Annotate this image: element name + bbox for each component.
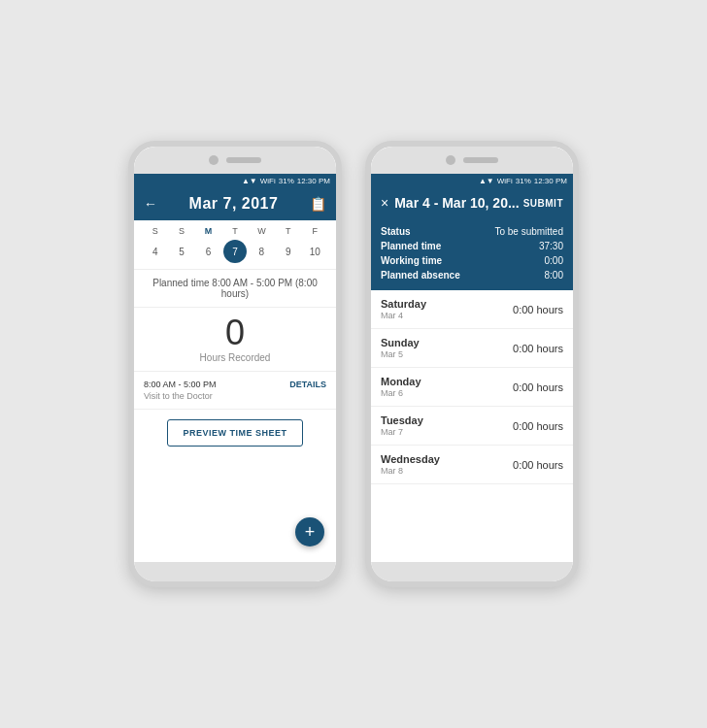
phone-top-2 [371,147,573,174]
list-item-wednesday[interactable]: Wednesday Mar 8 0:00 hours [371,446,573,484]
cal-date-9[interactable]: 9 [277,240,300,263]
cal-date-6[interactable]: 6 [197,240,220,263]
stat-planned-label: Planned time [381,241,441,251]
p2-header: × Mar 4 - Mar 10, 20... SUBMIT [371,187,573,218]
wifi-icon-1: WiFi [260,177,276,185]
close-button[interactable]: × [381,195,388,211]
item-tuesday-day: Tuesday [381,414,423,426]
item-monday-info: Monday Mar 6 [381,376,421,398]
camera-2 [446,155,455,165]
item-sunday-hours: 0:00 hours [513,343,563,354]
item-wednesday-info: Wednesday Mar 8 [381,453,440,476]
preview-timesheet-button[interactable]: PREVIEW TIME SHEET [167,419,303,447]
calendar-icon[interactable]: 📋 [310,196,326,212]
list-item-sunday[interactable]: Sunday Mar 5 0:00 hours [371,329,573,368]
day-label-t1: T [223,226,247,236]
item-wednesday-date: Mar 8 [381,466,440,476]
status-bar-1: ▲▼ WiFi 31% 12:30 PM [134,174,336,187]
item-tuesday-info: Tuesday Mar 7 [381,414,423,437]
cal-date-10[interactable]: 10 [303,240,326,263]
item-monday-hours: 0:00 hours [513,381,563,393]
stat-planned: Planned time 37:30 [381,239,563,253]
signal-icon-2: ▲▼ [479,177,494,185]
stat-absence: Planned absence 8:00 [381,268,563,282]
cal-date-8[interactable]: 8 [250,240,273,263]
stat-status-label: Status [381,226,411,237]
item-wednesday-hours: 0:00 hours [513,459,563,471]
calendar: S S M T W T F 4 5 6 7 8 9 10 [134,220,336,270]
day-label-s1: S [144,226,167,236]
screen-1: ▲▼ WiFi 31% 12:30 PM ← Mar 7, 2017 📋 S S… [134,174,336,562]
item-wednesday-day: Wednesday [381,453,440,465]
event-info: 8:00 AM - 5:00 PM Visit to the Doctor [144,380,217,401]
details-link[interactable]: DETAILS [289,380,326,389]
event-time: 8:00 AM - 5:00 PM [144,380,217,389]
item-saturday-info: Saturday Mar 4 [381,298,426,320]
dates-row: 4 5 6 7 8 9 10 [142,240,328,263]
phone-1: ▲▼ WiFi 31% 12:30 PM ← Mar 7, 2017 📋 S S… [128,141,342,587]
signal-icon-1: ▲▼ [242,177,257,185]
p1-title: Mar 7, 2017 [189,195,279,213]
camera-1 [209,155,219,165]
item-saturday-hours: 0:00 hours [513,304,563,315]
event-item[interactable]: 8:00 AM - 5:00 PM Visit to the Doctor DE… [134,372,336,410]
item-sunday-day: Sunday [381,337,420,348]
list-item-tuesday[interactable]: Tuesday Mar 7 0:00 hours [371,407,573,446]
phone-2: ▲▼ WiFi 31% 12:30 PM × Mar 4 - Mar 10, 2… [365,141,579,587]
back-button[interactable]: ← [144,196,157,212]
time-1: 12:30 PM [297,177,330,185]
hours-number: 0 [144,315,326,350]
cal-date-5[interactable]: 5 [170,240,193,263]
phone-bottom-2 [371,562,573,581]
phone-bottom-1 [134,562,336,581]
day-label-w: W [250,226,273,236]
event-name: Visit to the Doctor [144,391,217,401]
p2-header-row: × Mar 4 - Mar 10, 20... SUBMIT [381,195,563,211]
day-labels-row: S S M T W T F [142,226,328,236]
battery-1: 31% [279,177,294,185]
stat-planned-value: 37:30 [539,241,563,251]
item-sunday-info: Sunday Mar 5 [381,337,420,359]
hours-label: Hours Recorded [144,352,326,363]
list-item-saturday[interactable]: Saturday Mar 4 0:00 hours [371,290,573,329]
day-label-f: F [303,226,326,236]
wifi-icon-2: WiFi [497,177,513,185]
item-saturday-date: Mar 4 [381,311,426,320]
fab-add-button[interactable]: + [295,517,324,546]
submit-button[interactable]: SUBMIT [523,198,563,209]
stat-status-value: To be submitted [494,226,563,237]
day-label-m: M [197,226,220,236]
p2-title: Mar 4 - Mar 10, 20... [394,195,522,211]
stat-working-value: 0:00 [545,255,563,266]
stat-status: Status To be submitted [381,224,563,239]
stat-working: Working time 0:00 [381,253,563,268]
item-sunday-date: Mar 5 [381,349,420,359]
status-bar-2: ▲▼ WiFi 31% 12:30 PM [371,174,573,187]
battery-2: 31% [516,177,531,185]
phone-top-1 [134,147,336,174]
speaker-1 [226,157,261,163]
item-tuesday-date: Mar 7 [381,427,423,437]
planned-time-text: Planned time 8:00 AM - 5:00 PM (8:00 hou… [134,270,336,308]
item-saturday-day: Saturday [381,298,426,310]
time-2: 12:30 PM [534,177,567,185]
p2-stats: Status To be submitted Planned time 37:3… [371,218,573,290]
stat-working-label: Working time [381,255,442,266]
speaker-2 [463,157,498,163]
stat-absence-label: Planned absence [381,270,460,281]
p2-days-list: Saturday Mar 4 0:00 hours Sunday Mar 5 0… [371,290,573,562]
item-monday-day: Monday [381,376,421,387]
list-item-monday[interactable]: Monday Mar 6 0:00 hours [371,368,573,407]
day-label-t2: T [277,226,300,236]
cal-date-4[interactable]: 4 [144,240,167,263]
item-monday-date: Mar 6 [381,388,421,398]
item-tuesday-hours: 0:00 hours [513,420,563,432]
day-label-s2: S [170,226,193,236]
p1-header: ← Mar 7, 2017 📋 [134,187,336,220]
hours-recorded-section: 0 Hours Recorded [134,308,336,372]
screen-2: ▲▼ WiFi 31% 12:30 PM × Mar 4 - Mar 10, 2… [371,174,573,562]
stat-absence-value: 8:00 [545,270,563,281]
cal-date-7[interactable]: 7 [223,240,247,263]
